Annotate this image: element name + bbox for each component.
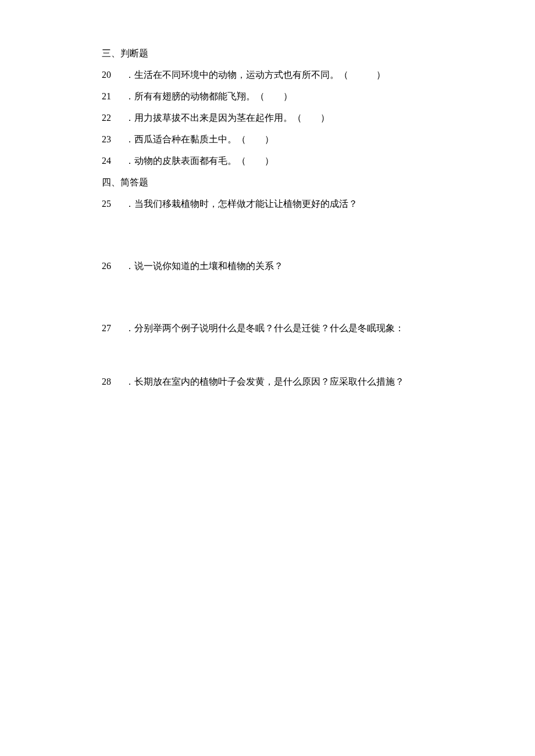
question-text: ．长期放在室内的植物叶子会发黄，是什么原因？应采取什么措施？ (125, 377, 404, 386)
answer-space (102, 343, 451, 375)
question-number: 26 (102, 259, 118, 273)
question-number: 25 (102, 197, 118, 211)
question-row: 20．生活在不同环境中的动物，运动方式也有所不同。（ ） (102, 68, 451, 82)
question-text: ．用力拔草拔不出来是因为茎在起作用。（ ） (125, 113, 330, 123)
question-row: 26．说一说你知道的土壤和植物的关系？ (102, 259, 451, 273)
question-row: 21．所有有翅膀的动物都能飞翔。（ ） (102, 89, 451, 103)
heading-text: 三、判断题 (102, 48, 148, 58)
question-row: 25．当我们移栽植物时，怎样做才能让让植物更好的成活？ (102, 197, 451, 211)
question-number: 24 (102, 154, 118, 168)
question-number: 28 (102, 375, 118, 389)
question-row: 22．用力拔草拔不出来是因为茎在起作用。（ ） (102, 111, 451, 125)
document-page: 三、判断题 20．生活在不同环境中的动物，运动方式也有所不同。（ ） 21．所有… (0, 0, 451, 389)
question-number: 27 (102, 321, 118, 335)
section-4-heading: 四、简答题 (102, 175, 451, 189)
question-number: 23 (102, 132, 118, 146)
question-number: 21 (102, 89, 118, 103)
question-text: ．生活在不同环境中的动物，运动方式也有所不同。（ ） (125, 70, 386, 80)
question-text: ．所有有翅膀的动物都能飞翔。（ ） (125, 91, 293, 101)
answer-space (102, 218, 451, 259)
question-row: 27．分别举两个例子说明什么是冬眠？什么是迁徙？什么是冬眠现象： (102, 321, 451, 335)
question-row: 24．动物的皮肤表面都有毛。（ ） (102, 154, 451, 168)
question-text: ．说一说你知道的土壤和植物的关系？ (125, 261, 283, 271)
question-text: ．分别举两个例子说明什么是冬眠？什么是迁徙？什么是冬眠现象： (125, 323, 404, 333)
question-number: 22 (102, 111, 118, 125)
question-row: 28．长期放在室内的植物叶子会发黄，是什么原因？应采取什么措施？ (102, 375, 451, 389)
question-row: 23．西瓜适合种在黏质土中。（ ） (102, 132, 451, 146)
section-3-heading: 三、判断题 (102, 46, 451, 60)
question-text: ．动物的皮肤表面都有毛。（ ） (125, 156, 274, 166)
answer-space (102, 281, 451, 321)
heading-text: 四、简答题 (102, 177, 148, 187)
question-number: 20 (102, 68, 118, 82)
question-text: ．西瓜适合种在黏质土中。（ ） (125, 134, 274, 144)
question-text: ．当我们移栽植物时，怎样做才能让让植物更好的成活？ (125, 199, 358, 209)
